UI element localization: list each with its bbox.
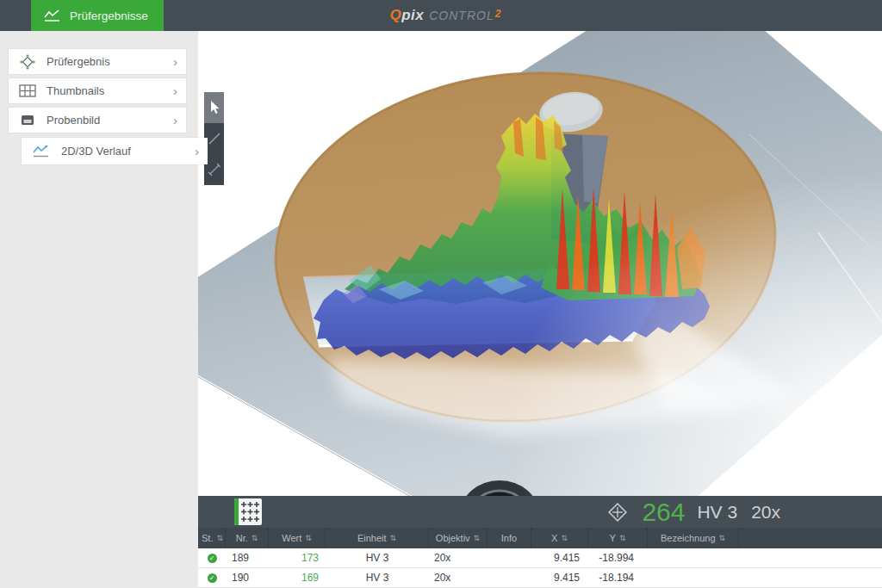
tab-label: Prüfergebnisse: [70, 9, 148, 22]
sidebar-item-label: 2D/3D Verlauf: [61, 145, 195, 158]
objective-magnification: 20x: [751, 503, 780, 521]
col-header-info[interactable]: Info: [488, 528, 531, 548]
top-bar: Prüfergebnisse Qpix CONTROL 2: [0, 0, 882, 31]
col-header-wert[interactable]: Wert⇅: [269, 528, 326, 548]
cell-info: [488, 568, 531, 587]
current-result: 264 HV 3 20x: [606, 496, 780, 528]
logo-pix: pix: [401, 7, 424, 24]
col-header-objektiv[interactable]: Objektiv⇅: [429, 528, 488, 548]
col-header-einheit[interactable]: Einheit⇅: [326, 528, 429, 548]
table-row[interactable]: ✓ 189 173 HV 3 20x 9.415 -18.994: [198, 548, 882, 568]
cell-x: 9.415: [531, 548, 588, 567]
cell-objektiv: 20x: [429, 568, 488, 587]
chevron-right-icon: ›: [195, 145, 199, 158]
image-viewer[interactable]: [198, 31, 882, 496]
overexposure-fade: [198, 31, 882, 496]
sidebar-item-label: Thumbnails: [47, 84, 173, 97]
tab-pruefergebnisse[interactable]: Prüfergebnisse: [31, 0, 164, 31]
sort-icon: ⇅: [390, 534, 397, 542]
col-header-bezeichnung[interactable]: Bezeichnung⇅: [648, 528, 739, 548]
sort-icon: ⇅: [474, 534, 481, 542]
sample-photo-3d-hardness-view[interactable]: [198, 31, 882, 496]
chart-line-icon: [43, 9, 62, 22]
cell-x: 9.415: [531, 568, 588, 587]
cell-wert: 169: [269, 568, 326, 587]
cell-y: -18.194: [588, 568, 648, 587]
diamond-indent-icon: [19, 53, 36, 71]
sort-icon: ⇅: [561, 534, 568, 542]
cursor-icon: [208, 100, 220, 115]
cell-nr: 189: [226, 548, 269, 567]
cell-einheit: HV 3: [326, 548, 429, 567]
sort-icon: ⇅: [619, 534, 626, 542]
measure-icon: [208, 163, 221, 176]
qpix-control-logo: Qpix CONTROL 2: [389, 0, 500, 31]
status-bar: 264 HV 3 20x: [198, 496, 882, 528]
cell-y: -18.994: [588, 548, 648, 567]
hardness-scale: HV 3: [697, 503, 737, 521]
logo-suffix: 2: [495, 8, 501, 20]
sidebar-item-probenbild[interactable]: Probenbild ›: [9, 108, 186, 133]
sidebar-item-pruefergebnis[interactable]: Prüfergebnis ›: [9, 49, 186, 74]
sort-icon: ⇅: [305, 534, 312, 542]
cell-bezeichnung: [648, 548, 739, 567]
sidebar-item-label: Prüfergebnis: [47, 55, 173, 68]
cell-nr: 190: [226, 568, 269, 587]
sort-icon: ⇅: [719, 534, 726, 542]
chart-line-icon: [32, 144, 51, 158]
line-icon: [208, 132, 221, 145]
grid-plus-icon: [239, 498, 262, 525]
chevron-right-icon: ›: [173, 55, 177, 68]
cell-objektiv: 20x: [429, 548, 488, 567]
sort-icon: ⇅: [216, 534, 223, 542]
cell-info: [488, 548, 531, 567]
qpix-control-window: Prüfergebnisse Qpix CONTROL 2 Prüfergebn…: [0, 0, 882, 588]
hardness-value: 264: [642, 499, 685, 525]
vickers-indenter-icon: [606, 500, 630, 524]
table-header-row: St.⇅ Nr.⇅ Wert⇅ Einheit⇅ Objektiv⇅ Info …: [198, 528, 882, 548]
sidebar: Prüfergebnis › Thumbnails › Probenbild ›: [0, 31, 198, 588]
col-header-blank: [739, 528, 882, 548]
chevron-right-icon: ›: [173, 84, 177, 97]
col-header-x[interactable]: X⇅: [531, 528, 588, 548]
col-header-nr[interactable]: Nr.⇅: [226, 528, 269, 548]
logo-control: CONTROL: [429, 9, 494, 22]
sample-image-icon: [19, 114, 36, 127]
status-ok-icon: ✓: [208, 573, 217, 583]
sidebar-item-label: Probenbild: [47, 114, 173, 127]
cell-wert: 173: [269, 548, 326, 567]
pointer-tool-button[interactable]: [204, 92, 224, 123]
sort-icon: ⇅: [252, 534, 258, 542]
sidebar-item-2d3d-verlauf[interactable]: 2D/3D Verlauf ›: [22, 138, 208, 164]
cell-bezeichnung: [648, 568, 739, 587]
results-table: St.⇅ Nr.⇅ Wert⇅ Einheit⇅ Objektiv⇅ Info …: [198, 528, 882, 588]
chevron-right-icon: ›: [173, 114, 177, 127]
cell-einheit: HV 3: [326, 568, 429, 587]
sidebar-item-thumbnails[interactable]: Thumbnails ›: [9, 78, 186, 103]
col-header-y[interactable]: Y⇅: [588, 528, 648, 548]
grid-thumbnails-icon: [19, 84, 36, 98]
table-row[interactable]: ✓ 190 169 HV 3 20x 9.415 -18.194: [198, 568, 882, 588]
col-header-st[interactable]: St.⇅: [198, 528, 226, 548]
measurement-grid-button[interactable]: [234, 498, 262, 525]
status-ok-icon: ✓: [208, 554, 217, 563]
logo-q: Q: [389, 7, 401, 24]
